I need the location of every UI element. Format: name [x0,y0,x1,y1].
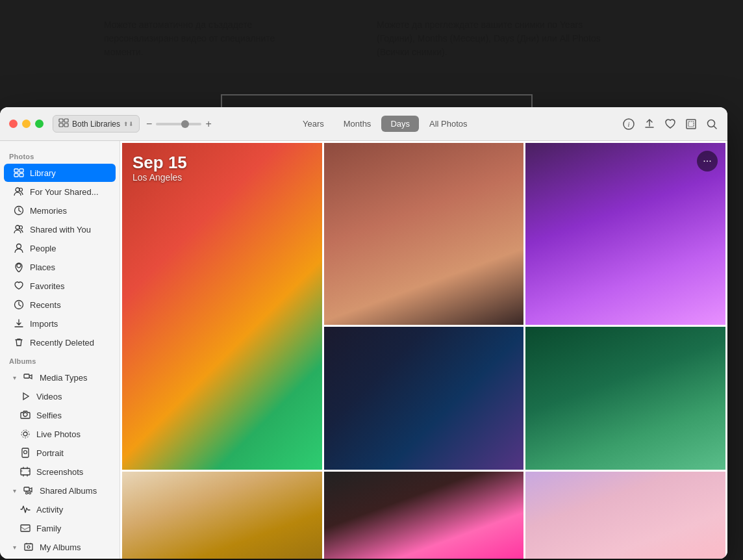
svg-rect-11 [19,169,23,172]
svg-point-19 [17,244,21,249]
recents-label: Recents [30,300,61,310]
disclosure-my-albums[interactable]: ▾ [13,544,16,551]
sidebar-item-recently-deleted[interactable]: Recently Deleted [4,333,116,351]
search-icon[interactable] [705,118,718,131]
crop-icon[interactable] [685,118,698,131]
svg-rect-34 [25,544,32,550]
people-icon [13,242,25,254]
activity-icon [19,503,31,515]
svg-rect-10 [14,169,18,172]
sidebar-item-my-albums[interactable]: ▾My Albums [4,538,116,556]
sidebar-item-activity[interactable]: Activity [4,500,116,518]
sidebar-item-library[interactable]: Library [4,164,116,182]
grid-container: Sep 15 Los Angeles ··· [120,141,727,559]
sidebar-item-imports[interactable]: Imports [4,314,116,333]
shared-albums-label: Shared Albums [40,486,97,496]
info-icon[interactable]: i [622,118,635,131]
library-label: Library [30,168,56,178]
media-types-icon [23,372,34,383]
sidebar-item-recents[interactable]: Recents [4,296,116,314]
main-area: PhotosLibraryFor Your Shared...MemoriesS… [0,141,727,559]
svg-rect-29 [21,468,30,475]
svg-rect-2 [59,123,63,127]
tab-days[interactable]: Days [381,116,419,132]
library-icon [13,167,25,179]
svg-point-35 [27,546,30,548]
people-label: People [30,244,56,253]
my-albums-icon [23,541,34,553]
live-photos-icon [19,428,31,440]
library-picker[interactable]: Both Libraries ⬆⬇ [53,115,140,133]
sidebar-item-memories[interactable]: Memories [4,201,116,220]
zoom-minus[interactable]: − [146,118,152,130]
selfies-icon [19,409,31,421]
minimize-button[interactable] [22,120,31,128]
svg-rect-3 [64,123,68,127]
sidebar-item-for-your-shared[interactable]: For Your Shared... [4,183,116,201]
recently-deleted-icon [13,337,25,348]
tab-all-photos[interactable]: All Photos [420,116,477,132]
svg-line-9 [714,126,716,129]
disclosure-media-types[interactable]: ▾ [13,374,16,381]
sidebar-item-portrait[interactable]: Portrait [4,444,116,462]
svg-point-32 [29,492,31,494]
photo-grid[interactable]: Sep 15 Los Angeles ··· [120,141,727,559]
videos-label: Videos [36,392,62,401]
sidebar-section-albums: Albums [0,352,120,368]
photo-cell-3[interactable]: ··· [525,143,725,325]
photo-cell-7[interactable] [324,472,524,559]
imports-label: Imports [30,319,58,329]
tab-years[interactable]: Years [294,116,333,132]
close-button[interactable] [9,120,18,128]
shared-albums-icon [23,485,34,496]
svg-marker-23 [23,393,29,400]
imports-icon [13,318,25,329]
tab-months[interactable]: Months [334,116,381,132]
sidebar-item-videos[interactable]: Videos [4,387,116,405]
activity-label: Activity [36,505,63,515]
sidebar-item-people[interactable]: People [4,239,116,257]
sidebar-item-shared-with-you[interactable]: Shared with You [4,220,116,238]
svg-point-26 [21,430,29,438]
memories-label: Memories [30,206,67,216]
zoom-plus[interactable]: + [205,118,211,130]
zoom-slider-thumb[interactable] [181,120,189,128]
photo-cell-5[interactable] [525,327,725,470]
media-types-label: Media Types [40,373,87,383]
sidebar-item-selfies[interactable]: Selfies [4,406,116,424]
main-window: Both Libraries ⬆⬇ − + YearsMonthsDaysAll… [0,107,727,559]
sidebar-item-places[interactable]: Places [4,258,116,276]
toolbar-actions: i [622,118,718,131]
svg-rect-22 [24,374,29,378]
sidebar-item-favorites[interactable]: Favorites [4,277,116,295]
svg-rect-12 [14,173,18,177]
screenshots-label: Screenshots [36,467,83,477]
photo-cell-2[interactable] [324,143,524,325]
disclosure-shared-albums[interactable]: ▾ [13,487,16,494]
library-picker-label: Both Libraries [72,120,120,129]
photo-cell-4[interactable] [324,327,524,470]
shared-with-you-label: Shared with You [30,225,91,235]
portrait-icon [19,447,31,459]
maximize-button[interactable] [35,120,44,128]
photo-cell-8[interactable] [525,472,725,559]
bracket-lines [221,94,533,114]
portrait-label: Portrait [36,448,64,458]
sidebar-item-shared-albums[interactable]: ▾Shared Albums [4,481,116,500]
share-icon[interactable] [643,118,656,131]
family-icon [19,522,31,534]
svg-rect-27 [22,448,29,457]
tooltip-left: Можете автоматично да създадете персонал… [104,12,299,59]
svg-point-31 [26,492,28,494]
traffic-lights [9,120,44,128]
zoom-slider[interactable] [156,123,201,125]
photo-cell-large[interactable]: Sep 15 Los Angeles [122,143,322,470]
sidebar-item-screenshots[interactable]: Screenshots [4,463,116,481]
more-button[interactable]: ··· [697,151,718,172]
sidebar-item-media-types[interactable]: ▾Media Types [4,368,116,387]
heart-icon[interactable] [664,118,677,131]
sidebar-item-live-photos[interactable]: Live Photos [4,425,116,443]
sidebar-item-family[interactable]: Family [4,519,116,537]
tooltip-right: Можете да преглеждате вашите снимки по Y… [377,12,611,59]
photo-cell-6[interactable] [122,472,322,559]
